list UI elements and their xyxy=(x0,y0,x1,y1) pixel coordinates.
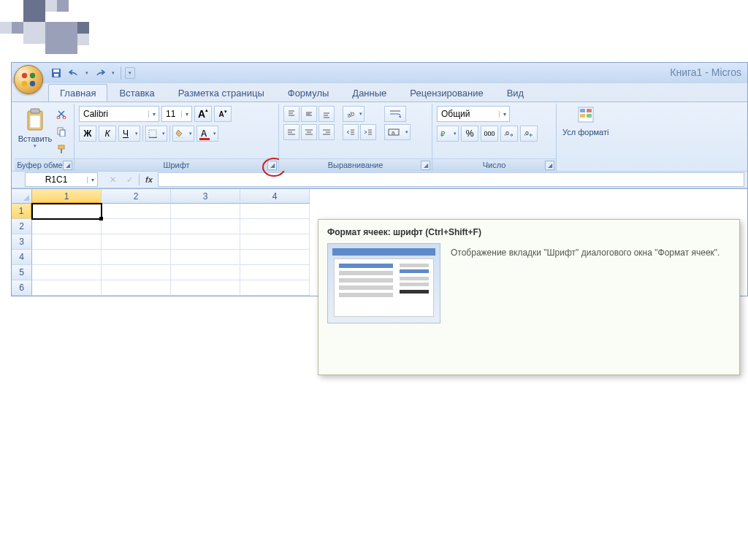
accounting-format-button[interactable]: ₽ xyxy=(437,126,459,142)
grow-font-button[interactable]: A▴ xyxy=(194,106,212,122)
column-header[interactable]: 4 xyxy=(240,189,310,204)
comma-style-button[interactable]: 000 xyxy=(481,126,498,142)
cell[interactable] xyxy=(171,280,240,296)
svg-rect-53 xyxy=(580,114,585,118)
cell[interactable] xyxy=(102,280,171,296)
paste-button[interactable]: Вставить ▾ xyxy=(19,106,51,157)
increase-indent-button[interactable] xyxy=(360,124,376,140)
percent-button[interactable]: % xyxy=(461,126,478,142)
borders-button[interactable] xyxy=(145,126,167,142)
cell[interactable] xyxy=(102,265,171,280)
undo-dropdown[interactable]: ▾ xyxy=(83,65,91,81)
qat-customize[interactable]: ▾ xyxy=(125,67,135,79)
cell[interactable] xyxy=(102,219,171,234)
cell[interactable] xyxy=(171,234,240,250)
paste-dropdown-icon: ▾ xyxy=(34,143,37,149)
align-top-icon xyxy=(287,110,296,118)
cell[interactable] xyxy=(32,265,102,280)
number-dialog-launcher[interactable]: ◢ xyxy=(545,161,554,170)
redo-button[interactable] xyxy=(92,65,108,81)
cell[interactable] xyxy=(32,250,102,265)
cell[interactable] xyxy=(32,280,102,296)
align-bottom-button[interactable] xyxy=(318,106,335,122)
conditional-format-icon xyxy=(576,105,595,126)
cell[interactable] xyxy=(240,280,310,296)
tab-home[interactable]: Главная xyxy=(48,84,107,101)
cell[interactable] xyxy=(240,265,310,280)
cell[interactable] xyxy=(32,234,102,250)
font-name-combo[interactable]: Calibri▾ xyxy=(79,106,159,122)
align-right-button[interactable] xyxy=(318,124,335,140)
cancel-formula-button[interactable]: ✕ xyxy=(105,173,120,186)
tab-insert[interactable]: Вставка xyxy=(107,84,166,101)
wrap-text-icon xyxy=(389,110,401,118)
office-button[interactable] xyxy=(14,65,43,94)
redo-dropdown[interactable]: ▾ xyxy=(110,65,117,81)
bold-button[interactable]: Ж xyxy=(79,126,96,142)
copy-button[interactable] xyxy=(53,123,69,139)
row-header[interactable]: 6 xyxy=(12,280,32,296)
alignment-dialog-launcher[interactable]: ◢ xyxy=(421,161,430,170)
decrease-decimal-button[interactable]: ,0 xyxy=(520,126,538,142)
font-dialog-launcher[interactable]: ◢ xyxy=(267,161,277,170)
align-top-button[interactable] xyxy=(283,106,299,122)
row-header[interactable]: 1 xyxy=(12,204,32,219)
tab-formulas[interactable]: Формулы xyxy=(276,84,341,101)
cell[interactable] xyxy=(102,204,171,219)
cell[interactable] xyxy=(171,250,240,265)
number-format-combo[interactable]: Общий▾ xyxy=(437,106,510,122)
column-header[interactable]: 3 xyxy=(171,189,240,204)
cell[interactable] xyxy=(171,219,240,234)
tab-view[interactable]: Вид xyxy=(495,84,536,101)
select-all-corner[interactable] xyxy=(12,189,32,204)
font-color-button[interactable]: A xyxy=(196,126,218,142)
cell[interactable] xyxy=(240,219,310,234)
fill-color-button[interactable] xyxy=(172,126,194,142)
column-header[interactable]: 2 xyxy=(102,189,171,204)
column-header[interactable]: 1 xyxy=(32,189,102,204)
enter-formula-button[interactable]: ✓ xyxy=(122,173,137,186)
merge-center-button[interactable]: a xyxy=(384,124,411,140)
undo-button[interactable] xyxy=(66,65,82,81)
insert-function-button[interactable]: fx xyxy=(142,173,156,186)
format-painter-button[interactable] xyxy=(53,141,69,157)
name-box[interactable]: R1C1 ▾ xyxy=(25,172,98,187)
cell[interactable] xyxy=(171,204,240,219)
group-font-label: Шрифт ◢ xyxy=(75,158,278,171)
chevron-down-icon: ▾ xyxy=(181,111,191,118)
italic-button[interactable]: К xyxy=(99,126,116,142)
wrap-text-button[interactable] xyxy=(384,106,406,122)
row-header[interactable]: 3 xyxy=(12,234,32,250)
increase-decimal-icon: ,0 xyxy=(504,129,514,138)
tab-data[interactable]: Данные xyxy=(340,84,398,101)
cell[interactable] xyxy=(32,219,102,234)
tab-review[interactable]: Рецензирование xyxy=(398,84,495,101)
shrink-font-button[interactable]: A▾ xyxy=(214,106,232,122)
cell[interactable] xyxy=(171,265,240,280)
tab-layout[interactable]: Разметка страницы xyxy=(167,84,276,101)
paste-icon xyxy=(24,108,46,133)
row-header[interactable]: 4 xyxy=(12,250,32,265)
row-header[interactable]: 5 xyxy=(12,265,32,280)
align-middle-button[interactable] xyxy=(301,106,317,122)
cell[interactable] xyxy=(32,204,102,219)
group-number: Общий▾ ₽ % 000 ,0 ,0 Число ◢ xyxy=(432,104,557,171)
cell[interactable] xyxy=(102,234,171,250)
cell[interactable] xyxy=(240,204,310,219)
increase-decimal-button[interactable]: ,0 xyxy=(500,126,518,142)
orientation-button[interactable]: ab xyxy=(343,106,365,122)
cell[interactable] xyxy=(240,250,310,265)
align-center-button[interactable] xyxy=(301,124,317,140)
clipboard-dialog-launcher[interactable]: ◢ xyxy=(63,161,72,170)
align-left-button[interactable] xyxy=(283,124,299,140)
decrease-indent-button[interactable] xyxy=(343,124,359,140)
cell[interactable] xyxy=(240,234,310,250)
underline-button[interactable]: Ч xyxy=(118,126,140,142)
font-size-combo[interactable]: 11▾ xyxy=(161,106,192,122)
cut-button[interactable] xyxy=(53,106,69,122)
formula-bar: R1C1 ▾ ✕ ✓ fx xyxy=(12,171,747,188)
cell[interactable] xyxy=(102,250,171,265)
save-button[interactable] xyxy=(48,65,64,81)
row-header[interactable]: 2 xyxy=(12,219,32,234)
formula-input[interactable] xyxy=(158,172,744,187)
